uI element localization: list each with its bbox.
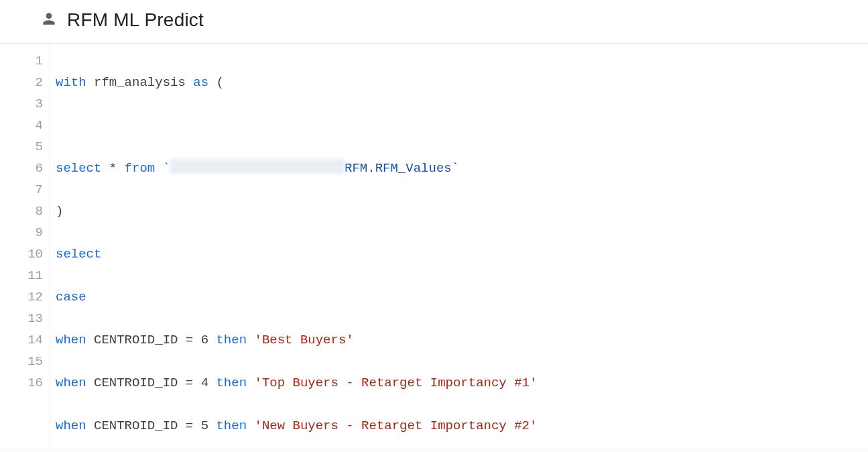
line-number: 12 (0, 286, 43, 308)
line-number: 1 (0, 50, 43, 72)
code-line: case (56, 286, 868, 308)
line-number: 11 (0, 265, 43, 286)
line-number-gutter: 12345678910111213141516 (0, 44, 50, 449)
code-line: when CENTROID_ID = 5 then 'New Buyers - … (56, 415, 868, 437)
line-number: 15 (0, 351, 43, 372)
code-line: with rfm_analysis as ( (56, 72, 868, 93)
line-number: 6 (0, 158, 43, 179)
redacted-project-id (170, 159, 345, 174)
code-area[interactable]: with rfm_analysis as ( select * from `RF… (50, 44, 868, 449)
line-number: 10 (0, 243, 43, 265)
code-line: ) (56, 201, 868, 222)
code-line: when CENTROID_ID = 6 then 'Best Buyers' (56, 329, 868, 351)
line-number: 13 (0, 308, 43, 329)
sql-editor: 12345678910111213141516 with rfm_analysi… (0, 44, 868, 449)
line-number: 7 (0, 179, 43, 201)
line-number: 2 (0, 72, 43, 93)
code-line: select * from `RFM.RFM_Values` (56, 158, 868, 179)
line-number: 8 (0, 201, 43, 222)
line-number: 5 (0, 136, 43, 158)
person-icon (40, 10, 58, 30)
editor-header: RFM ML Predict (0, 0, 868, 44)
document-title: RFM ML Predict (67, 9, 204, 31)
code-line (56, 115, 868, 136)
code-line: when CENTROID_ID = 4 then 'Top Buyers - … (56, 372, 868, 394)
line-number: 16 (0, 372, 43, 394)
line-number: 9 (0, 222, 43, 243)
line-number: 3 (0, 93, 43, 115)
code-line: select (56, 243, 868, 265)
line-number: 14 (0, 329, 43, 351)
line-number: 4 (0, 115, 43, 136)
